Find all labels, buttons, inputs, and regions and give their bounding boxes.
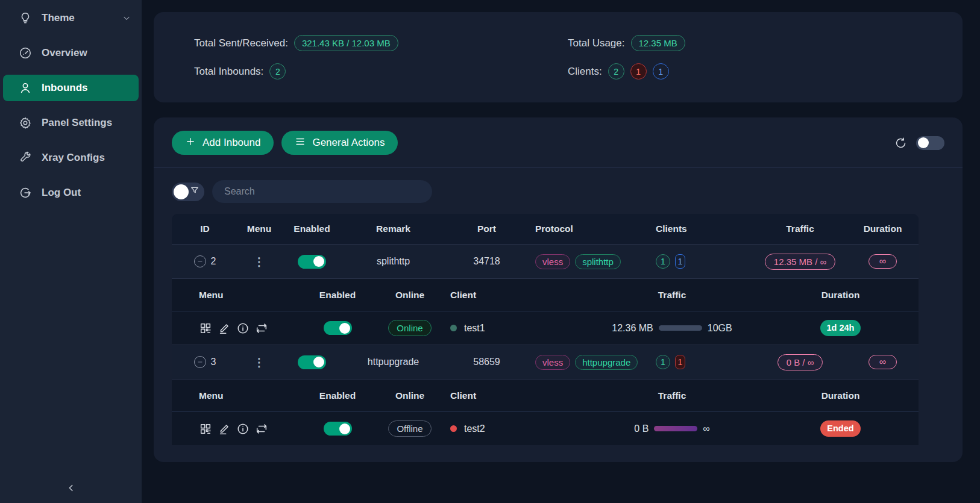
protocol-badge: vless <box>535 355 570 370</box>
header-traffic: Traffic <box>753 223 847 234</box>
inbound-enabled-toggle[interactable] <box>298 355 326 369</box>
stat-label: Total Usage: <box>568 37 625 49</box>
reset-traffic-icon[interactable] <box>255 422 268 436</box>
plus-icon <box>185 136 196 150</box>
online-status-badge: Online <box>388 320 431 336</box>
client-header-menu: Menu <box>172 290 298 301</box>
sidebar-item-theme[interactable]: Theme <box>3 5 139 31</box>
client-header-traffic: Traffic <box>582 390 762 401</box>
sidebar-item-overview[interactable]: Overview <box>3 40 139 66</box>
gear-icon <box>19 116 32 130</box>
stat-clients: Clients: 2 1 1 <box>568 63 963 80</box>
stat-label: Total Inbounds: <box>194 66 263 78</box>
reset-traffic-icon[interactable] <box>255 322 268 335</box>
header-remark: Remark <box>344 223 443 234</box>
sidebar-item-label: Overview <box>42 47 87 59</box>
client-traffic-used: 0 B <box>634 423 649 434</box>
wrench-icon <box>19 151 32 164</box>
edit-icon[interactable] <box>218 322 231 335</box>
search-input[interactable] <box>212 180 432 203</box>
transport-badge: splithttp <box>575 254 621 269</box>
toggle-knob <box>339 323 350 334</box>
inbound-row: 3 ⋮ httpupgrade 58659 vless httpupgrade … <box>172 345 919 379</box>
row-menu-icon[interactable]: ⋮ <box>254 256 265 267</box>
filter-toggle[interactable] <box>172 183 204 201</box>
client-header-client: Client <box>443 290 582 301</box>
client-header-duration: Duration <box>762 290 919 301</box>
client-traffic-total: 10GB <box>708 323 732 334</box>
inbound-row: 2 ⋮ splithttp 34718 vless splithttp 1 1 … <box>172 244 919 278</box>
client-deactive-count-badge: 1 <box>675 355 685 369</box>
sidebar-item-panel-settings[interactable]: Panel Settings <box>3 110 139 136</box>
qrcode-icon[interactable] <box>199 422 212 436</box>
client-name: test1 <box>464 323 485 334</box>
chevron-down-icon <box>122 13 131 23</box>
client-enabled-toggle[interactable] <box>324 321 352 335</box>
client-duration-badge: 1d 24h <box>820 320 861 336</box>
sidebar-item-label: Log Out <box>42 187 81 199</box>
general-actions-button[interactable]: General Actions <box>281 131 398 155</box>
auto-refresh-toggle[interactable] <box>916 136 944 150</box>
protocol-badge: vless <box>535 254 570 269</box>
client-header-enabled: Enabled <box>298 390 377 401</box>
toggle-knob <box>313 357 324 367</box>
row-menu-icon[interactable]: ⋮ <box>254 357 265 368</box>
stat-sent-received: Total Sent/Received: 321.43 KB / 12.03 M… <box>194 35 568 51</box>
collapse-row-icon[interactable] <box>194 255 206 267</box>
logout-icon <box>19 186 32 199</box>
client-header-online: Online <box>377 390 443 401</box>
app-root: Theme Overview Inbounds Panel Settings <box>0 0 980 503</box>
traffic-progress-bar <box>654 426 697 431</box>
inbound-traffic-badge: 12.35 MB / ∞ <box>765 254 835 270</box>
header-protocol: Protocol <box>530 223 651 234</box>
client-header-row: Menu Enabled Online Client Traffic Durat… <box>172 379 919 411</box>
sidebar: Theme Overview Inbounds Panel Settings <box>0 0 142 503</box>
general-actions-label: General Actions <box>312 137 385 149</box>
client-count-badge: 1 <box>656 355 670 369</box>
inbound-id: 2 <box>211 256 216 267</box>
client-enabled-toggle[interactable] <box>324 422 352 436</box>
info-icon[interactable] <box>236 422 250 436</box>
client-status-dot <box>450 325 457 331</box>
toolbar-right <box>894 136 944 150</box>
header-enabled: Enabled <box>280 223 344 234</box>
toggle-knob <box>174 184 189 199</box>
refresh-icon[interactable] <box>894 137 907 149</box>
stat-total-usage: Total Usage: 12.35 MB <box>568 35 963 51</box>
bulb-icon <box>19 11 32 25</box>
client-header-menu: Menu <box>172 390 298 401</box>
inbound-duration-badge: ∞ <box>868 355 897 369</box>
header-id: ID <box>172 223 238 234</box>
table-header-row: ID Menu Enabled Remark Port Protocol Cli… <box>172 214 919 244</box>
search-row <box>154 167 963 214</box>
collapse-row-icon[interactable] <box>194 356 206 368</box>
qrcode-icon[interactable] <box>199 322 212 335</box>
header-menu: Menu <box>238 223 280 234</box>
sidebar-item-xray-configs[interactable]: Xray Configs <box>3 145 139 171</box>
client-name: test2 <box>464 423 485 434</box>
client-header-online: Online <box>377 290 443 301</box>
transport-badge: httpupgrade <box>575 355 638 370</box>
sidebar-collapse-button[interactable] <box>0 483 142 496</box>
inbound-enabled-toggle[interactable] <box>298 255 326 269</box>
inbound-port: 58659 <box>443 357 530 367</box>
sidebar-item-inbounds[interactable]: Inbounds <box>3 75 139 101</box>
header-clients: Clients <box>651 223 753 234</box>
sidebar-item-label: Inbounds <box>42 82 87 94</box>
header-duration: Duration <box>847 223 919 234</box>
client-header-row: Menu Enabled Online Client Traffic Durat… <box>172 278 919 311</box>
client-traffic-used: 12.36 MB <box>612 323 653 334</box>
sidebar-item-label: Theme <box>42 12 75 24</box>
client-row: Offline test2 0 B ∞ Ended <box>172 411 919 445</box>
dashboard-icon <box>19 46 32 60</box>
sidebar-item-logout[interactable]: Log Out <box>3 180 139 206</box>
clients-deactive-badge: 1 <box>630 63 647 80</box>
inbound-remark: httpupgrade <box>344 357 443 367</box>
client-count-badge: 1 <box>656 254 670 269</box>
inbounds-table: ID Menu Enabled Remark Port Protocol Cli… <box>172 214 919 445</box>
client-traffic-total: ∞ <box>703 423 709 434</box>
edit-icon[interactable] <box>218 422 231 436</box>
add-inbound-button[interactable]: Add Inbound <box>172 131 274 155</box>
client-status-dot <box>450 425 457 432</box>
info-icon[interactable] <box>236 322 250 335</box>
